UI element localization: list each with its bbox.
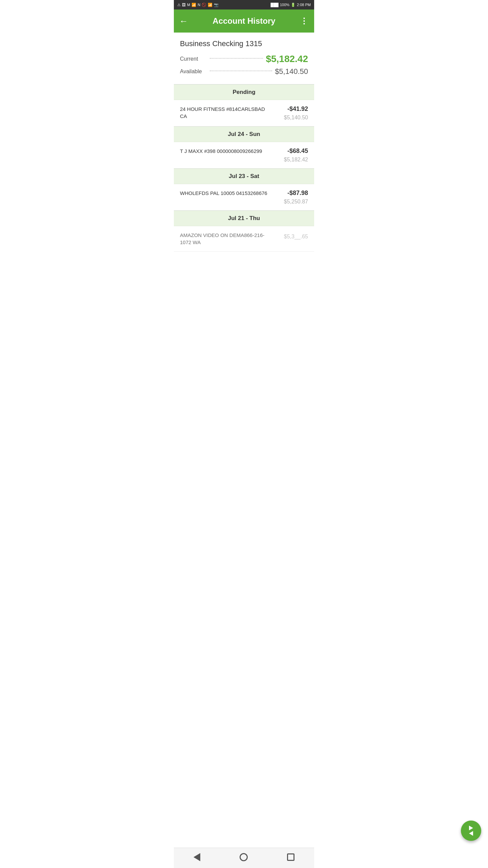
current-balance-row: Current $5,182.42: [180, 54, 308, 64]
account-name: Business Checking 1315: [180, 39, 308, 48]
transaction-row[interactable]: 24 HOUR FITNESS #814CARLSBAD CA -$41.92 …: [174, 100, 314, 126]
nfc-icon: N: [198, 3, 200, 7]
wifi-icon: 📶: [208, 3, 212, 7]
transaction-row[interactable]: T J MAXX #398 0000008009266299 -$68.45 $…: [174, 142, 314, 169]
app-bar-title: Account History: [194, 16, 294, 26]
transaction-balance: $5,3__.65: [274, 234, 308, 240]
transaction-balance: $5,250.87: [274, 199, 308, 205]
transaction-description: T J MAXX #398 0000008009266299: [180, 147, 274, 155]
transaction-amounts: $5,3__.65: [274, 232, 308, 240]
section-header-jul24: Jul 24 - Sun: [174, 126, 314, 142]
transaction-amounts: -$68.45 $5,182.42: [274, 147, 308, 163]
current-amount: $5,182.42: [266, 54, 308, 64]
section-header-jul21: Jul 21 - Thu: [174, 211, 314, 226]
status-right: ███ 100% 🔋 2:08 PM: [271, 3, 311, 7]
status-bar: ⚠ 🖼 M 📶 N 🚫 📶 📷 ███ 100% 🔋 2:08 PM: [174, 0, 314, 9]
app-bar: ← Account History ⋮: [174, 9, 314, 33]
battery-icon: 🔋: [291, 3, 296, 7]
transaction-amounts: -$41.92 $5,140.50: [274, 105, 308, 121]
transaction-amounts: -$87.98 $5,250.87: [274, 190, 308, 205]
warning-icon: ⚠: [177, 3, 181, 7]
section-header-pending: Pending: [174, 84, 314, 100]
back-button[interactable]: ←: [179, 16, 188, 26]
battery-percent: 100%: [280, 3, 289, 7]
available-amount: $5,140.50: [275, 67, 308, 76]
transaction-description: 24 HOUR FITNESS #814CARLSBAD CA: [180, 105, 274, 120]
available-label: Available: [180, 68, 207, 75]
transaction-row[interactable]: AMAZON VIDEO ON DEMA866-216-1072 WA $5,3…: [174, 226, 314, 252]
current-label: Current: [180, 56, 207, 62]
transaction-description: WHOLEFDS PAL 10005 04153268676: [180, 190, 274, 197]
signal-bars-icon: ███: [271, 3, 279, 7]
gmail-icon: M: [187, 3, 190, 7]
bluetooth-icon: 📶: [191, 3, 196, 7]
transaction-amount: -$87.98: [274, 190, 308, 197]
transaction-balance: $5,140.50: [274, 115, 308, 121]
transaction-amount: -$41.92: [274, 105, 308, 113]
transaction-description: AMAZON VIDEO ON DEMA866-216-1072 WA: [180, 232, 274, 246]
transaction-balance: $5,182.42: [274, 157, 308, 163]
transaction-amount: -$68.45: [274, 147, 308, 155]
status-icons: ⚠ 🖼 M 📶 N 🚫 📶 📷: [177, 3, 219, 7]
image-icon: 🖼: [182, 3, 186, 7]
more-options-button[interactable]: ⋮: [300, 16, 309, 26]
mute-icon: 🚫: [202, 3, 206, 7]
account-section: Business Checking 1315 Current $5,182.42…: [174, 33, 314, 84]
dots-current: [210, 58, 263, 59]
dots-available: [210, 71, 272, 71]
available-balance-row: Available $5,140.50: [180, 67, 308, 76]
section-header-jul23: Jul 23 - Sat: [174, 169, 314, 184]
scan-icon: 📷: [214, 3, 219, 7]
transaction-row[interactable]: WHOLEFDS PAL 10005 04153268676 -$87.98 $…: [174, 184, 314, 211]
time-display: 2:08 PM: [297, 3, 311, 7]
